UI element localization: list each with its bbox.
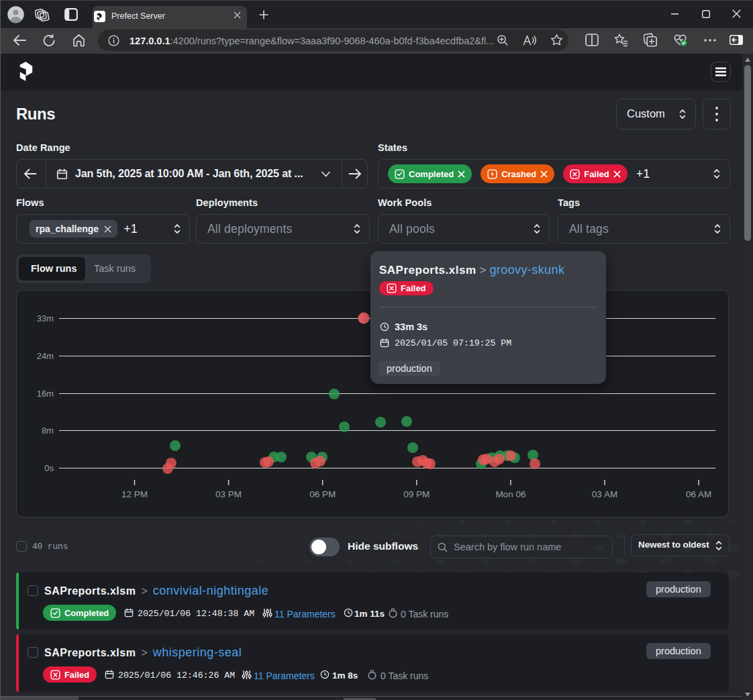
svg-text:06 AM: 06 AM xyxy=(686,489,711,499)
svg-text:09 PM: 09 PM xyxy=(403,489,430,499)
svg-text:16m: 16m xyxy=(37,389,54,399)
svg-text:24m: 24m xyxy=(37,351,54,361)
svg-text:12 PM: 12 PM xyxy=(121,489,148,499)
svg-text:0s: 0s xyxy=(44,463,54,473)
svg-text:Mon 06: Mon 06 xyxy=(495,489,525,499)
svg-text:03 AM: 03 AM xyxy=(592,489,617,499)
svg-text:06 PM: 06 PM xyxy=(309,489,336,499)
svg-text:03 PM: 03 PM xyxy=(215,489,242,499)
svg-text:33m: 33m xyxy=(37,313,54,323)
svg-text:8m: 8m xyxy=(42,426,54,436)
